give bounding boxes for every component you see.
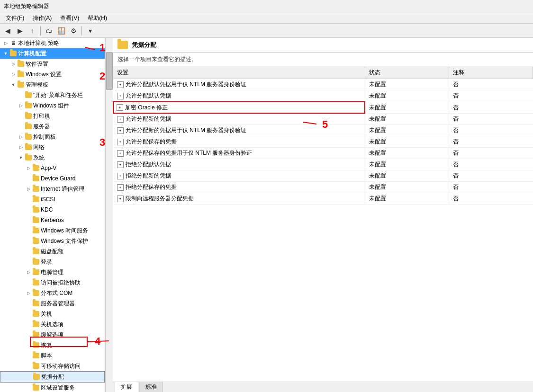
toggle-software[interactable]: ▷ — [9, 60, 17, 68]
tree-disk-quota[interactable]: 磁盘配额 — [0, 246, 105, 257]
table-row[interactable]: +限制向远程服务器分配凭据未配置否 — [113, 193, 533, 205]
tree-internet-comm[interactable]: ▷ Internet 通信管理 — [0, 184, 105, 194]
tree-shutdown[interactable]: 关机 — [0, 309, 105, 319]
toggle-dist-com[interactable]: ▷ — [25, 289, 32, 297]
tree-file-protection[interactable]: Windows 文件保护 — [0, 236, 105, 246]
policy-icon: + — [117, 139, 124, 145]
table-row[interactable]: +允许分配保存的凭据未配置否 — [113, 136, 533, 148]
tree-network[interactable]: ▷ 网络 — [0, 142, 105, 152]
tab-standard[interactable]: 标准 — [139, 382, 163, 392]
toggle-power-mgmt[interactable]: ▷ — [25, 268, 32, 276]
toolbar-show-hide[interactable]: 🗂 — [43, 26, 54, 36]
toggle-admin-templates[interactable]: ▼ — [9, 81, 17, 89]
policy-status: 未配置 — [365, 125, 449, 136]
tree-access-denied[interactable]: 访问被拒绝协助 — [0, 277, 105, 288]
policy-name-text: 允许分配默认凭据用于仅 NTLM 服务器身份验证 — [126, 81, 246, 88]
table-row[interactable]: +拒绝分配保存的凭据未配置否 — [113, 182, 533, 193]
tree-login[interactable]: 登录 — [0, 257, 105, 267]
toggle-appv[interactable]: ▷ — [25, 164, 32, 172]
content-title: 凭据分配 — [132, 41, 156, 49]
menu-help[interactable]: 帮助(H) — [84, 13, 111, 23]
tree-servers[interactable]: 服务器 — [0, 121, 105, 132]
folder-start-menu — [25, 91, 32, 99]
content-panel: 凭据分配 选择一个项目来查看它的描述。 设置 状态 注释 +允许分配默认凭据用于… — [113, 38, 533, 392]
label-iscsi: iSCSI — [41, 195, 55, 204]
tree-admin-templates[interactable]: ▼ 管理模板 — [0, 80, 105, 90]
tree-region-settings[interactable]: 区域设置服务 — [0, 383, 105, 392]
bottom-tabs: 扩展 标准 — [113, 382, 533, 392]
tree-recovery[interactable]: 恢复 — [0, 340, 105, 350]
folder-iscsi — [32, 196, 40, 203]
tree-iscsi[interactable]: iSCSI — [0, 194, 105, 205]
policy-status: 未配置 — [365, 182, 449, 193]
tree-kdc[interactable]: KDC — [0, 205, 105, 215]
table-row[interactable]: +允许分配默认凭据未配置否 — [113, 90, 533, 102]
tree-scrollbar[interactable] — [105, 38, 113, 392]
tree-windows-settings[interactable]: ▷ Windows 设置 — [0, 69, 105, 80]
toolbar-new-window[interactable]: 🪟 — [55, 26, 67, 36]
tree-root-toggle[interactable]: ▷ — [2, 39, 9, 47]
label-disk-quota: 磁盘配额 — [41, 247, 63, 256]
tree-dist-com[interactable]: ▷ 分布式 COM — [0, 288, 105, 298]
tree-appv[interactable]: ▷ App-V — [0, 163, 105, 173]
tree-software-settings[interactable]: ▷ 软件设置 — [0, 59, 105, 69]
tree-scripts[interactable]: 脚本 — [0, 350, 105, 361]
tree-printers[interactable]: 打印机 — [0, 111, 105, 121]
table-row[interactable]: +加密 Oracle 修正未配置否 — [113, 102, 533, 113]
toggle-internet-comm[interactable]: ▷ — [25, 185, 32, 193]
table-row[interactable]: +允许分配默认凭据用于仅 NTLM 服务器身份验证未配置否 — [113, 79, 533, 90]
toolbar-back[interactable]: ◀ — [2, 26, 13, 36]
menu-file[interactable]: 文件(F) — [2, 13, 28, 23]
toggle-control-panel[interactable]: ▷ — [17, 133, 25, 141]
tree-computer-config[interactable]: ▼ 计算机配置 — [0, 48, 105, 59]
table-row[interactable]: +允许分配新的凭据未配置否 — [113, 113, 533, 125]
table-row[interactable]: +允许分配新的凭据用于仅 NTLM 服务器身份验证未配置否 — [113, 125, 533, 136]
tab-extended[interactable]: 扩展 — [115, 382, 138, 392]
tree-scrollbar-thumb[interactable] — [106, 52, 113, 90]
tree-power-mgmt[interactable]: ▷ 电源管理 — [0, 267, 105, 277]
tree-removable-storage[interactable]: 可移动存储访问 — [0, 361, 105, 371]
toggle-win-components[interactable]: ▷ — [17, 102, 25, 109]
toolbar-properties[interactable]: ⚙ — [68, 26, 79, 36]
tree-kerberos[interactable]: Kerberos — [0, 215, 105, 225]
tree-control-panel[interactable]: ▷ 控制面板 — [0, 132, 105, 142]
content-folder-icon — [117, 41, 128, 49]
main-container: ▷ 🖥 本地计算机 策略 ▼ 计算机配置 ▷ 软件设置 ▷ — [0, 38, 533, 392]
tree-mitigation[interactable]: 缓解选项 — [0, 330, 105, 340]
folder-printers — [25, 112, 32, 120]
tree-windows-time[interactable]: Windows 时间服务 — [0, 225, 105, 236]
table-row[interactable]: +允许分配保存的凭据用于仅 NTLM 服务器身份验证未配置否 — [113, 148, 533, 159]
folder-scripts — [32, 352, 40, 359]
policy-name-text: 允许分配新的凭据用于仅 NTLM 服务器身份验证 — [126, 127, 246, 134]
toolbar-filter[interactable]: ▾ — [84, 26, 96, 36]
folder-access-denied — [32, 279, 40, 286]
menu-view[interactable]: 查看(V) — [56, 13, 83, 23]
policy-icon: + — [117, 93, 124, 99]
policy-name: +拒绝分配新的凭据 — [113, 170, 365, 182]
tree-credential-dist[interactable]: 凭据分配 — [0, 371, 105, 383]
folder-device-guard — [32, 175, 40, 182]
tree-device-guard[interactable]: Device Guard — [0, 173, 105, 184]
tree-server-mgr[interactable]: 服务器管理器 — [0, 298, 105, 309]
label-mitigation: 缓解选项 — [41, 330, 63, 339]
policy-note: 否 — [449, 102, 533, 113]
folder-internet-comm — [32, 185, 40, 193]
tree-start-menu[interactable]: "开始"菜单和任务栏 — [0, 90, 105, 100]
policy-name-text: 允许分配默认凭据 — [126, 92, 171, 99]
table-row[interactable]: +拒绝分配默认凭据未配置否 — [113, 159, 533, 170]
toggle-system[interactable]: ▼ — [17, 154, 25, 161]
tree-system[interactable]: ▼ 系统 — [0, 152, 105, 163]
toolbar-up[interactable]: ↑ — [27, 26, 38, 36]
table-row[interactable]: +拒绝分配新的凭据未配置否 — [113, 170, 533, 182]
policy-name-text: 允许分配新的凭据 — [126, 116, 171, 122]
tree-root[interactable]: ▷ 🖥 本地计算机 策略 — [0, 38, 105, 48]
tree-win-components[interactable]: ▷ Windows 组件 — [0, 100, 105, 111]
menu-action[interactable]: 操作(A) — [29, 13, 55, 23]
toggle-computer-config[interactable]: ▼ — [2, 50, 9, 57]
toolbar-forward[interactable]: ▶ — [14, 26, 26, 36]
toggle-network[interactable]: ▷ — [17, 143, 25, 151]
toggle-windows-settings[interactable]: ▷ — [9, 71, 17, 78]
folder-servers — [25, 123, 32, 130]
label-dist-com: 分布式 COM — [41, 289, 72, 297]
tree-shutdown-options[interactable]: 关机选项 — [0, 319, 105, 330]
